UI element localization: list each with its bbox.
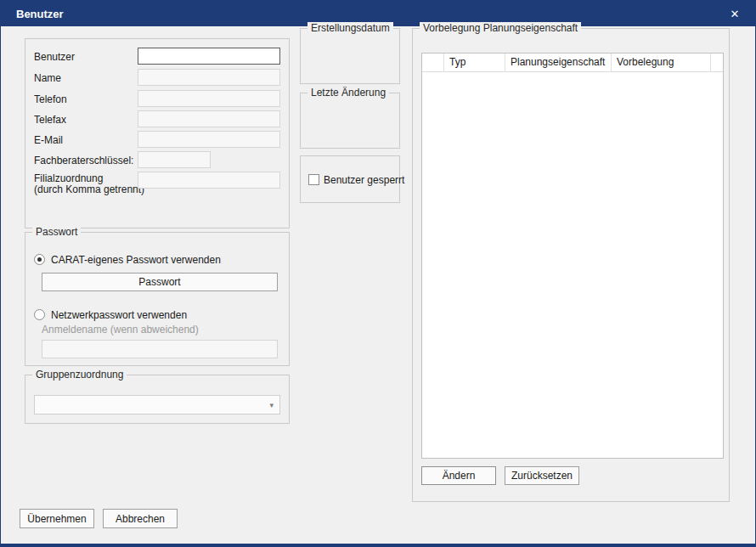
- vorbelegung-group-title: Vorbelegung Planungseigenschaft: [420, 22, 581, 34]
- passwort-group-title: Passwort: [32, 226, 81, 238]
- benutzer-label: Benutzer: [34, 51, 75, 63]
- filialzuordnung-input[interactable]: [138, 172, 280, 189]
- telefax-label: Telefax: [34, 114, 66, 126]
- zuruecksetzen-button[interactable]: Zurücksetzen: [505, 466, 579, 485]
- close-icon[interactable]: ✕: [725, 1, 745, 26]
- gruppenzuordnung-group-title: Gruppenzuordnung: [32, 369, 127, 381]
- carat-passwort-radio-label[interactable]: CARAT-eigenes Passwort verwenden: [51, 254, 221, 266]
- gruppenzuordnung-group: Gruppenzuordnung ▾: [25, 375, 290, 424]
- filialzuordnung-label-line2: (durch Komma getrennt): [34, 183, 144, 195]
- erstellungsdatum-group-title: Erstellungsdatum: [307, 22, 393, 34]
- table-header-empty: [422, 54, 444, 71]
- chevron-down-icon: ▾: [263, 401, 279, 409]
- table-header-filler: [711, 54, 723, 71]
- table-header-typ[interactable]: Typ: [444, 54, 505, 71]
- window-title: Benutzer: [16, 8, 64, 20]
- telefax-input[interactable]: [138, 110, 280, 127]
- table-header-planungseigenschaft[interactable]: Planungseigenschaft: [505, 54, 612, 71]
- telefon-label: Telefon: [34, 93, 67, 105]
- netzwerkpasswort-radio[interactable]: [34, 309, 45, 320]
- gruppenzuordnung-select[interactable]: ▾: [34, 395, 280, 414]
- email-input[interactable]: [138, 131, 280, 148]
- aendern-button[interactable]: Ändern: [421, 466, 496, 485]
- vorbelegung-table[interactable]: Typ Planungseigenschaft Vorbelegung: [421, 53, 724, 459]
- benutzer-gesperrt-checkbox[interactable]: [308, 174, 319, 185]
- letzte-aenderung-group: Letzte Änderung: [300, 93, 400, 149]
- benutzer-input[interactable]: [138, 48, 280, 65]
- vorbelegung-table-body[interactable]: [422, 72, 723, 458]
- erstellungsdatum-group: Erstellungsdatum: [300, 28, 400, 84]
- letzte-aenderung-group-title: Letzte Änderung: [307, 87, 389, 99]
- email-label: E-Mail: [34, 134, 63, 146]
- fachberaterschluessel-input[interactable]: [138, 151, 211, 168]
- name-label: Name: [34, 72, 61, 84]
- name-input[interactable]: [138, 69, 280, 86]
- benutzer-gesperrt-label[interactable]: Benutzer gesperrt: [324, 174, 404, 186]
- benutzer-dialog: Benutzer ✕ Benutzer Name Telefon Telefax…: [0, 0, 756, 547]
- telefon-input[interactable]: [138, 90, 280, 107]
- passwort-group: Passwort CARAT-eigenes Passwort verwende…: [25, 232, 290, 366]
- anmeldename-label: Anmeldename (wenn abweichend): [42, 324, 199, 336]
- vorbelegung-group: Vorbelegung Planungseigenschaft Typ Plan…: [412, 28, 730, 502]
- carat-passwort-radio[interactable]: [34, 254, 45, 265]
- netzwerkpasswort-radio-label[interactable]: Netzwerkpasswort verwenden: [51, 309, 187, 321]
- fachberaterschluessel-label: Fachberaterschlüssel:: [34, 155, 133, 166]
- anmeldename-input[interactable]: [42, 340, 278, 358]
- abbrechen-button[interactable]: Abbrechen: [103, 509, 178, 528]
- vorbelegung-table-header: Typ Planungseigenschaft Vorbelegung: [422, 54, 723, 72]
- filialzuordnung-label-line1: Filialzuordnung: [34, 172, 103, 184]
- table-header-vorbelegung[interactable]: Vorbelegung: [612, 54, 711, 71]
- benutzer-gesperrt-group: Benutzer gesperrt: [300, 155, 400, 203]
- uebernehmen-button[interactable]: Übernehmen: [20, 509, 94, 528]
- user-fields-group: Benutzer Name Telefon Telefax E-Mail Fac…: [25, 38, 290, 228]
- passwort-button[interactable]: Passwort: [42, 273, 278, 291]
